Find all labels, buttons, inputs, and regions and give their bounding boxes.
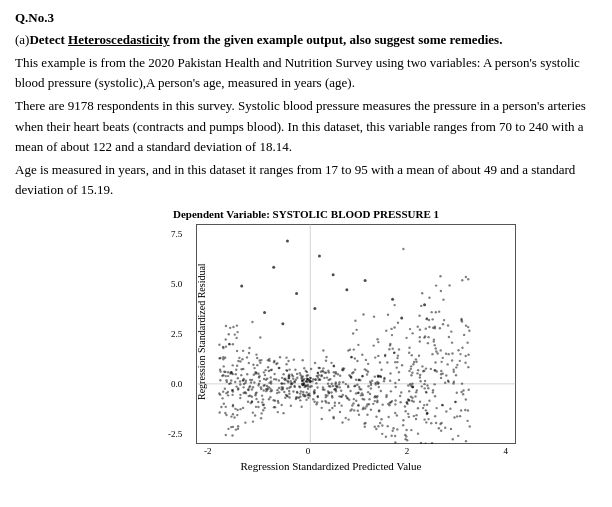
chart-title: Dependent Variable: SYSTOLIC BLOOD PRESS… [146,208,466,220]
scatter-plot [196,224,516,444]
y-tick-2: 5.0 [168,279,182,289]
y-tick-3: 2.5 [168,329,182,339]
part-a-underline: Heteroscedasticity [68,32,170,47]
x-tick-1: -2 [204,446,212,456]
paragraph-1: This example is from the 2020 Pakistan H… [15,53,597,93]
question-part-a: (a)Detect Heteroscedasticity from the gi… [15,30,597,50]
part-a-bold-text: Detect [29,32,68,47]
x-ticks: -2 0 2 4 [196,446,516,456]
y-axis-label: Regression Standardized Residual [196,280,207,400]
y-ticks: 7.5 5.0 2.5 0.0 -2.5 [168,229,182,439]
question-number: Q.No.3 [15,10,597,26]
x-axis-label: Regression Standardized Predicted Value [196,460,466,472]
x-tick-3: 2 [405,446,410,456]
paragraph-3: Age is measured in years, and in this da… [15,160,597,200]
y-tick-1: 7.5 [168,229,182,239]
chart-container: Dependent Variable: SYSTOLIC BLOOD PRESS… [146,208,466,472]
part-a-rest: from the given example output, also sugg… [170,32,503,47]
x-tick-4: 4 [503,446,508,456]
x-tick-2: 0 [306,446,311,456]
y-tick-4: 0.0 [168,379,182,389]
y-tick-5: -2.5 [168,429,182,439]
paragraph-2: There are 9178 respondents in this surve… [15,96,597,156]
part-a-label: (a) [15,32,29,47]
